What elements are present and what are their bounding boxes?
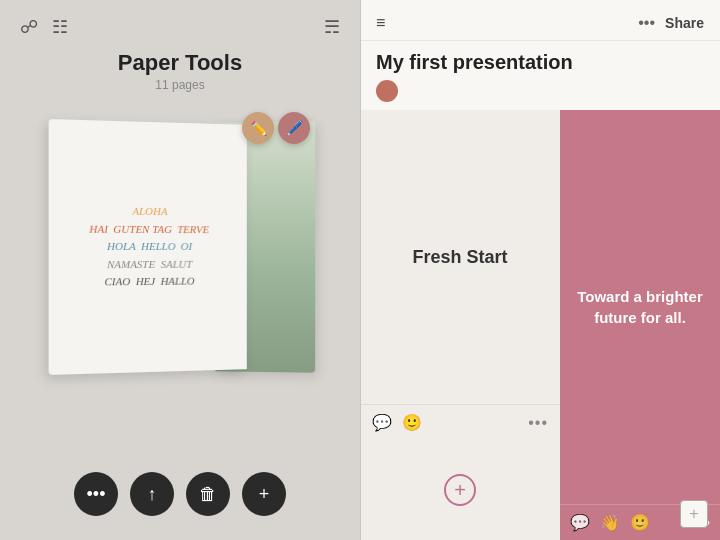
slide-2-emoji-icon[interactable]: 🙂	[630, 513, 650, 532]
paper-tools-title: Paper Tools	[118, 50, 242, 76]
bottom-plus-icon: +	[689, 505, 698, 523]
pencil-icons: ✏️ 🖊️	[242, 112, 310, 144]
panel-divider	[360, 0, 361, 540]
plus-icon: +	[259, 484, 270, 505]
hello-line-1: ALOHA	[89, 202, 209, 221]
slide-2: Toward a brighter future for all. 💬 👋 🙂 …	[560, 110, 720, 540]
paper-tools-subtitle: 11 pages	[155, 78, 204, 92]
presentation-title: My first presentation	[360, 41, 720, 78]
more-options-button[interactable]: •••	[74, 472, 118, 516]
hello-line-5: CIAO HEJ HALLO	[89, 273, 209, 292]
slide-1-content: Fresh Start	[360, 110, 560, 404]
sliders-icon[interactable]: ☴	[324, 16, 340, 38]
right-panel: ≡ ••• Share My first presentation Fresh …	[360, 0, 720, 540]
notebook-left-page: ALOHA HAI GUTEN TAG TERVE HOLA HELLO OI …	[49, 119, 247, 375]
notebook-area: ✏️ 🖊️ ALOHA HAI GUTEN TAG TERVE HOLA HEL…	[30, 102, 330, 402]
hello-line-4: NAMASTE SALUT	[89, 256, 209, 274]
share-button[interactable]: Share	[665, 15, 704, 31]
slide-1-left-actions: 💬 🙂	[372, 413, 422, 432]
emoji-icon[interactable]: 🙂	[402, 413, 422, 432]
right-top-bar: ≡ ••• Share	[360, 0, 720, 41]
delete-button[interactable]: 🗑	[186, 472, 230, 516]
bottom-right-add-button[interactable]: +	[680, 500, 708, 528]
right-top-right: ••• Share	[638, 14, 704, 32]
pencil-icon-1[interactable]: ✏️	[242, 112, 274, 144]
hello-line-2: HAI GUTEN TAG TERVE	[89, 220, 209, 238]
add-slide-button[interactable]: +	[444, 474, 476, 506]
more-dots-icon: •••	[87, 484, 106, 505]
left-bottom-toolbar: ••• ↑ 🗑 +	[74, 472, 286, 516]
hello-line-3: HOLA HELLO OI	[89, 238, 209, 256]
left-panel: ☍ ☷ ☴ Paper Tools 11 pages ✏️ 🖊️ ALOHA H…	[0, 0, 360, 540]
left-top-bar: ☍ ☷ ☴	[0, 0, 360, 46]
slide-2-react-icon[interactable]: 👋	[600, 513, 620, 532]
slide-2-comment-icon[interactable]: 💬	[570, 513, 590, 532]
avatar	[376, 80, 398, 102]
slide-1: Fresh Start 💬 🙂 ••• +	[360, 110, 560, 540]
slide-2-left-actions: 💬 👋 🙂	[570, 513, 650, 532]
slide-1-bottom: +	[360, 440, 560, 540]
hello-text: ALOHA HAI GUTEN TAG TERVE HOLA HELLO OI …	[89, 202, 209, 291]
slide-1-actions: 💬 🙂 •••	[360, 404, 560, 440]
hamburger-menu-icon[interactable]: ≡	[376, 14, 385, 32]
slide-2-text: Toward a brighter future for all.	[576, 286, 704, 328]
grid-icon[interactable]: ☷	[52, 16, 68, 38]
upload-button[interactable]: ↑	[130, 472, 174, 516]
left-top-icons: ☍ ☷	[20, 16, 68, 38]
slides-area: Fresh Start 💬 🙂 ••• + Toward a brighter …	[360, 110, 720, 540]
slide-2-content: Toward a brighter future for all.	[560, 110, 720, 504]
more-options-icon[interactable]: •••	[638, 14, 655, 32]
book-icon[interactable]: ☍	[20, 16, 38, 38]
slide-1-more-icon[interactable]: •••	[528, 414, 548, 432]
pencil-icon-2[interactable]: 🖊️	[278, 112, 310, 144]
upload-icon: ↑	[148, 484, 157, 505]
add-button[interactable]: +	[242, 472, 286, 516]
add-slide-icon: +	[454, 479, 466, 502]
slide-1-title: Fresh Start	[412, 247, 507, 268]
trash-icon: 🗑	[199, 484, 217, 505]
comment-icon[interactable]: 💬	[372, 413, 392, 432]
